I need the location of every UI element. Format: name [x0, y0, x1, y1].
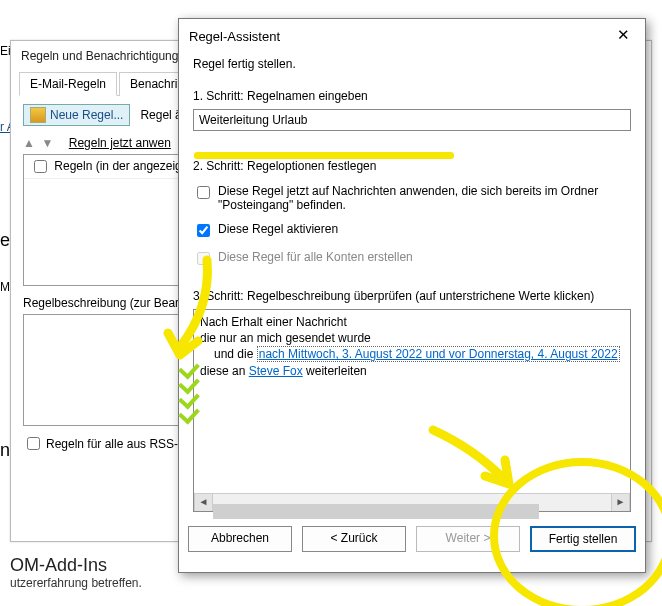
- tab-email-rules[interactable]: E-Mail-Regeln: [19, 72, 117, 96]
- description-hscrollbar[interactable]: ◄ ►: [194, 493, 630, 511]
- finish-button[interactable]: Fertig stellen: [530, 526, 636, 552]
- scroll-thumb[interactable]: [213, 504, 539, 519]
- desc-line-4-pre: diese an: [200, 364, 249, 378]
- dialog-title: Regel-Assistent: [189, 29, 280, 44]
- forward-to-link[interactable]: Steve Fox: [249, 364, 303, 378]
- new-rule-button[interactable]: Neue Regel...: [23, 104, 130, 126]
- step2-label: 2. Schritt: Regeloptionen festlegen: [193, 159, 631, 173]
- all-accounts-label: Diese Regel für alle Konten erstellen: [218, 250, 413, 264]
- scroll-right-icon[interactable]: ►: [611, 494, 630, 511]
- scroll-left-icon[interactable]: ◄: [194, 494, 213, 511]
- step3-label: 3. Schritt: Regelbeschreibung überprüfen…: [193, 289, 631, 303]
- back-button[interactable]: < Zurück: [302, 526, 406, 552]
- rules-header-checkbox[interactable]: [34, 160, 47, 173]
- footer-subtext: utzererfahrung betreffen.: [10, 576, 142, 590]
- desc-line-3-pre: und die: [214, 347, 257, 361]
- rule-move-arrows[interactable]: ▲ ▼: [23, 136, 53, 150]
- activate-rule-checkbox[interactable]: [197, 224, 210, 237]
- apply-rules-now[interactable]: Regeln jetzt anwen: [69, 136, 171, 150]
- footer-heading: OM-Add-Ins: [10, 555, 142, 576]
- desc-line-4-post: weiterleiten: [303, 364, 367, 378]
- rule-wizard-dialog: Regel-Assistent ✕ Regel fertig stellen. …: [178, 18, 646, 573]
- dialog-subtitle: Regel fertig stellen.: [193, 57, 631, 71]
- cancel-button[interactable]: Abbrechen: [188, 526, 292, 552]
- desc-line-3: und die nach Mittwoch, 3. August 2022 un…: [200, 346, 624, 362]
- desc-line-1: Nach Erhalt einer Nachricht: [200, 314, 624, 330]
- rules-header-text: Regeln (in der angezeigt: [54, 159, 185, 173]
- next-button: Weiter >: [416, 526, 520, 552]
- rule-name-input[interactable]: [193, 109, 631, 131]
- apply-now-checkbox[interactable]: [197, 186, 210, 199]
- desc-line-4: diese an Steve Fox weiterleiten: [200, 363, 624, 379]
- page-footer-fragment: OM-Add-Ins utzererfahrung betreffen.: [0, 555, 152, 590]
- new-rule-icon: [30, 107, 46, 123]
- rss-rules-label: Regeln für alle aus RSS-Fe: [46, 437, 192, 451]
- rss-rules-checkbox[interactable]: [27, 437, 40, 450]
- step1-label: 1. Schritt: Regelnamen eingeben: [193, 89, 631, 103]
- date-range-link[interactable]: nach Mittwoch, 3. August 2022 und vor Do…: [257, 346, 620, 362]
- desc-line-2: die nur an mich gesendet wurde: [200, 330, 624, 346]
- bg-side-n: n: [0, 440, 10, 461]
- new-rule-label: Neue Regel...: [50, 108, 123, 122]
- activate-rule-label: Diese Regel aktivieren: [218, 222, 338, 236]
- apply-now-label: Diese Regel jetzt auf Nachrichten anwend…: [218, 184, 631, 212]
- rule-description-area: Nach Erhalt einer Nachricht die nur an m…: [193, 309, 631, 512]
- close-icon[interactable]: ✕: [611, 27, 635, 45]
- all-accounts-checkbox: [197, 252, 210, 265]
